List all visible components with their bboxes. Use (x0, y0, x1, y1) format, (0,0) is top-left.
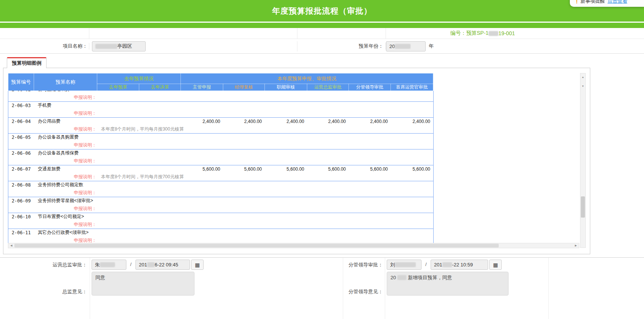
horizontal-scroll-thumb[interactable] (14, 244, 499, 247)
date-prefix: 201 (434, 262, 442, 268)
table-row: 2-06-03手机费 (8, 101, 433, 109)
budget-value (97, 149, 139, 157)
budget-value (97, 133, 139, 141)
budget-value (391, 133, 433, 141)
budget-value (349, 101, 391, 109)
budget-value (307, 149, 349, 157)
note-label: 申报说明： (8, 221, 97, 229)
budget-value (349, 213, 391, 221)
tab-budget-detail-legend[interactable]: 预算明细图例 (7, 57, 47, 68)
tab-bar: 预算明细图例 (0, 57, 644, 68)
leader-opinion-label: 分管领导意见： (295, 288, 383, 295)
note-label: 申报说明： (8, 189, 97, 197)
budget-value (307, 197, 349, 205)
budget-value (181, 133, 223, 141)
budget-value (139, 165, 181, 173)
table-note-row: 申报说明： (8, 221, 433, 229)
calendar-button[interactable]: ▦ (191, 260, 204, 270)
budget-value: 2,400.00 (349, 117, 391, 125)
date-suffix: 6-22 09:45 (155, 262, 178, 268)
tab-label: 预算明细图例 (12, 60, 42, 67)
budget-value (223, 197, 265, 205)
column-header-code: 预算编号 (8, 73, 34, 91)
calendar-button[interactable]: ▦ (489, 260, 502, 270)
budget-value: 2,400.00 (181, 117, 223, 125)
budget-detail-panel: 预算编号 预算名称 去年预算情况 本年度预算申报、审批情况 去年预算去年决算主管… (3, 68, 590, 254)
calendar-icon: ▦ (195, 262, 200, 268)
budget-value (265, 213, 307, 221)
scroll-up-arrow-icon[interactable]: ▲ (580, 74, 585, 80)
leader-name-field[interactable]: 刘 (387, 260, 422, 270)
budget-value (223, 91, 265, 93)
director-opinion-textarea[interactable]: 同意 (92, 272, 194, 296)
vertical-scrollbar[interactable]: ▲ ▼ (580, 73, 586, 248)
scroll-left-arrow-icon[interactable]: ◀ (9, 243, 14, 248)
redacted-name (395, 262, 416, 267)
table-note-row: 申报说明： (8, 109, 433, 117)
budget-value (97, 181, 139, 189)
form-cell-empty (89, 28, 297, 39)
project-name-label: 项目名称： (63, 43, 87, 50)
scroll-right-arrow-icon[interactable]: ▶ (573, 243, 579, 248)
divider (385, 258, 385, 319)
budget-value (391, 213, 433, 221)
horizontal-scrollbar[interactable]: ◀ ▶ (8, 243, 579, 248)
budget-code: 2-06-06 (8, 149, 34, 157)
serial-prefix: 预算SP-1 (466, 30, 488, 37)
budget-value (223, 213, 265, 221)
note-label: 申报说明： (8, 237, 97, 243)
date-prefix: 201 (139, 262, 147, 268)
vertical-scroll-thumb[interactable] (581, 196, 585, 218)
scroll-down-arrow-icon[interactable]: ▼ (580, 83, 585, 89)
budget-value (265, 133, 307, 141)
redacted-name (100, 262, 115, 267)
budget-name: 交通差旅费 (34, 165, 97, 173)
serial-suffix: 19-001 (498, 30, 515, 36)
budget-code: 2-06-02 (8, 91, 34, 93)
ops-director-date-field[interactable]: 201 6-22 09:45 (135, 260, 190, 270)
notification-view-link[interactable]: 点击查看 (608, 0, 627, 5)
budget-value (265, 91, 307, 93)
ops-director-name-field[interactable]: 朱 (92, 260, 126, 270)
table-row: 2-06-09业务招待费零星额<须审批> (8, 197, 433, 205)
budget-value (223, 229, 265, 237)
form-cell-empty (0, 28, 89, 39)
note-text (97, 221, 433, 229)
table-note-row: 申报说明：本年度8个月时间，平均每月按300元核算 (8, 125, 433, 133)
budget-code: 2-06-03 (8, 101, 34, 109)
page-title: 年度预算报批流程（审批） (272, 6, 372, 16)
budget-value (223, 133, 265, 141)
note-text (97, 93, 433, 101)
leader-opinion-prefix: 20 (390, 275, 396, 280)
project-name-field[interactable]: 亭园区 (92, 41, 146, 51)
budget-year-field[interactable]: 20 (386, 41, 426, 51)
column-header: 去年决算 (139, 84, 181, 91)
budget-value (139, 133, 181, 141)
note-label: 申报说明： (8, 173, 97, 181)
alert-icon: ! (576, 0, 578, 5)
budget-value (265, 149, 307, 157)
budget-name: 手机费 (34, 101, 97, 109)
leader-date-field[interactable]: 201 -22 10:59 (431, 260, 488, 270)
budget-value: 2,400.00 (391, 117, 433, 125)
budget-value (139, 149, 181, 157)
budget-value (391, 181, 433, 189)
budget-value (97, 101, 139, 109)
budget-value (139, 91, 181, 93)
redacted-serial (488, 31, 498, 36)
budget-table-header: 预算编号 预算名称 去年预算情况 本年度预算申报、审批情况 去年预算去年决算主管… (8, 73, 433, 91)
leader-opinion-textarea[interactable]: 20 新增项目预算，同意 (387, 272, 509, 296)
leader-opinion-text: 新增项目预算，同意 (408, 275, 452, 280)
header-substrip (0, 23, 644, 28)
table-note-row: 申报说明： (8, 141, 433, 149)
budget-value (139, 101, 181, 109)
table-note-row: 申报说明：本年度8个月时间，平均每月按700元核算 (8, 173, 433, 181)
ops-director-name-visible: 朱 (95, 261, 100, 268)
table-note-row: 申报说明： (8, 93, 433, 101)
note-text (97, 237, 433, 243)
note-label: 申报说明： (8, 125, 97, 133)
column-header: 分管领导审批 (349, 84, 391, 91)
budget-value (391, 197, 433, 205)
note-text (97, 189, 433, 197)
budget-value (97, 117, 139, 125)
